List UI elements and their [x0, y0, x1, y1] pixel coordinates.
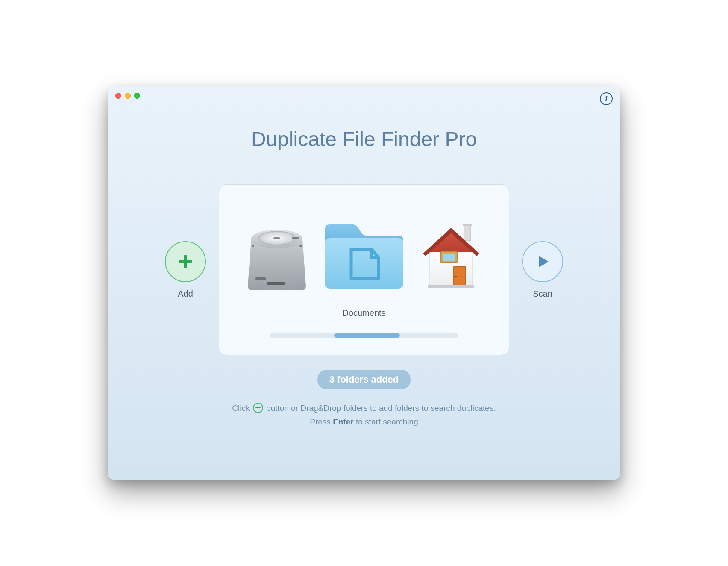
titlebar: i	[108, 86, 620, 105]
svg-rect-21	[428, 285, 474, 288]
documents-folder-icon[interactable]	[317, 213, 411, 299]
home-icon[interactable]	[417, 218, 485, 295]
help-line-1: Click button or Drag&Drop folders to add…	[108, 401, 620, 415]
traffic-lights	[115, 93, 140, 99]
folders-count-badge: 3 folders added	[317, 370, 411, 389]
plus-icon	[176, 252, 195, 271]
svg-rect-8	[255, 277, 266, 280]
scan-button-label: Scan	[533, 289, 552, 299]
svg-point-6	[252, 245, 254, 247]
close-window-button[interactable]	[115, 93, 121, 99]
help-line-1-suffix: button or Drag&Drop folders to add folde…	[266, 404, 496, 413]
carousel-scrollbar-thumb[interactable]	[334, 333, 400, 338]
svg-rect-9	[267, 282, 285, 285]
help-line-2-prefix: Press	[310, 417, 331, 426]
svg-point-20	[455, 276, 457, 277]
info-icon: i	[605, 94, 607, 103]
folders-icons-row	[236, 195, 492, 317]
selected-folder-label: Documents	[342, 308, 385, 318]
svg-point-7	[299, 245, 302, 247]
add-button-label: Add	[178, 289, 193, 299]
info-button[interactable]: i	[600, 92, 613, 105]
svg-point-4	[273, 237, 280, 239]
scan-button[interactable]	[522, 241, 563, 282]
svg-rect-1	[179, 260, 192, 263]
help-line-1-prefix: Click	[232, 404, 250, 413]
svg-rect-10	[325, 238, 403, 289]
svg-rect-18	[449, 254, 455, 261]
app-window: i Duplicate File Finder Pro Add	[108, 86, 620, 480]
svg-rect-11	[464, 225, 471, 241]
svg-rect-24	[255, 407, 261, 408]
minimize-window-button[interactable]	[125, 93, 131, 99]
carousel-scrollbar[interactable]	[270, 333, 458, 338]
zoom-window-button[interactable]	[134, 93, 140, 99]
help-line-2: Press Enter to start searching	[108, 415, 620, 429]
add-button[interactable]	[165, 241, 206, 282]
svg-rect-5	[292, 237, 299, 239]
content-row: Add	[108, 184, 620, 355]
svg-rect-17	[443, 254, 449, 261]
scan-button-group: Scan	[522, 241, 563, 299]
help-enter-key: Enter	[333, 417, 354, 426]
add-button-group: Add	[165, 241, 206, 299]
app-title: Duplicate File Finder Pro	[108, 127, 620, 151]
help-text: Click button or Drag&Drop folders to add…	[108, 401, 620, 429]
plus-icon-inline	[253, 403, 263, 413]
svg-rect-12	[463, 224, 472, 226]
disk-icon[interactable]	[243, 218, 311, 295]
svg-marker-22	[539, 256, 549, 267]
play-icon	[534, 253, 551, 270]
help-line-2-suffix: to start searching	[356, 417, 418, 426]
folders-card[interactable]: Documents	[219, 184, 509, 355]
